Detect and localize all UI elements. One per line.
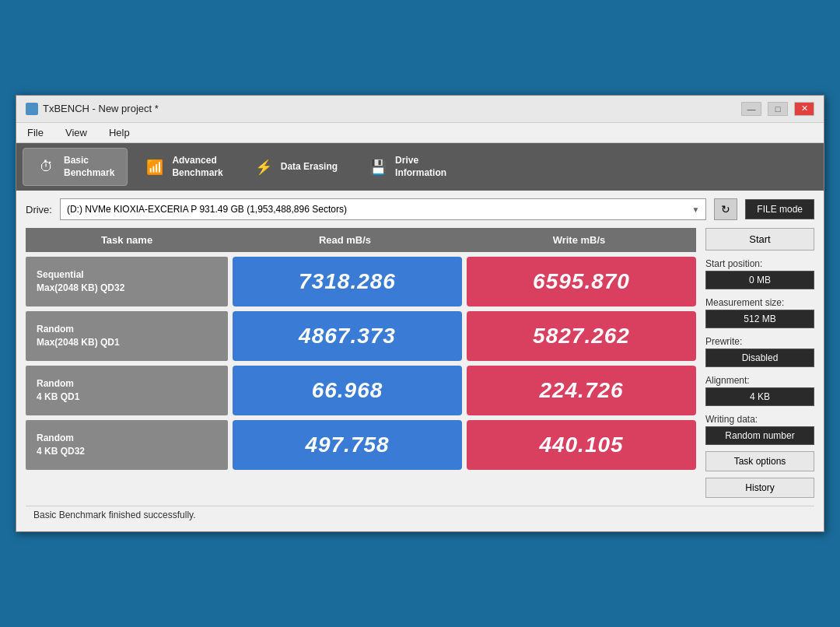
main-layout: Task name Read mB/s Write mB/s Sequentia… [26, 228, 814, 498]
alignment-value: 4 KB [705, 387, 814, 406]
sidebar: Start Start position: 0 MB Measurement s… [705, 228, 814, 498]
read-value-1: 4867.373 [233, 311, 462, 361]
task-label-3: Random 4 KB QD32 [26, 420, 228, 470]
minimize-button[interactable]: — [741, 102, 761, 116]
prewrite-section: Prewrite: Disabled [705, 336, 814, 367]
measurement-size-value: 512 MB [705, 310, 814, 328]
content-area: Drive: (D:) NVMe KIOXIA-EXCERIA P 931.49… [16, 191, 824, 531]
close-button[interactable]: ✕ [794, 102, 814, 116]
header-task: Task name [26, 233, 228, 247]
writing-data-label: Writing data: [705, 414, 814, 425]
write-value-0: 6595.870 [467, 257, 696, 306]
basic-benchmark-icon: ⏱ [36, 156, 58, 178]
prewrite-value: Disabled [705, 349, 814, 367]
status-bar: Basic Benchmark finished successfully. [26, 506, 814, 524]
title-bar: TxBENCH - New project * — □ ✕ [16, 96, 824, 123]
drive-row: Drive: (D:) NVMe KIOXIA-EXCERIA P 931.49… [26, 198, 814, 220]
menu-file[interactable]: File [23, 125, 48, 140]
write-value-2: 224.726 [467, 366, 696, 415]
toolbar: ⏱ BasicBenchmark 📶 AdvancedBenchmark ⚡ D… [16, 143, 824, 191]
data-erasing-label: Data Erasing [281, 161, 338, 173]
advanced-benchmark-icon: 📶 [144, 156, 166, 178]
task-label-2: Random 4 KB QD1 [26, 366, 228, 415]
refresh-icon: ↻ [721, 203, 730, 215]
start-position-value: 0 MB [705, 271, 814, 289]
writing-data-section: Writing data: Random number [705, 414, 814, 445]
measurement-size-label: Measurement size: [705, 297, 814, 308]
main-window: TxBENCH - New project * — □ ✕ File View … [16, 95, 824, 532]
write-value-3: 440.105 [467, 420, 696, 470]
toolbar-drive-information[interactable]: 💾 DriveInformation [354, 148, 460, 186]
data-erasing-icon: ⚡ [253, 156, 275, 178]
measurement-size-section: Measurement size: 512 MB [705, 297, 814, 328]
result-row-3: Random 4 KB QD32 497.758 440.105 [26, 420, 696, 470]
toolbar-advanced-benchmark[interactable]: 📶 AdvancedBenchmark [131, 148, 236, 186]
prewrite-label: Prewrite: [705, 336, 814, 347]
app-icon [26, 103, 38, 115]
results-panel: Task name Read mB/s Write mB/s Sequentia… [26, 228, 696, 498]
task-label-0: Sequential Max(2048 KB) QD32 [26, 257, 228, 306]
toolbar-data-erasing[interactable]: ⚡ Data Erasing [240, 148, 351, 186]
menu-bar: File View Help [16, 123, 824, 143]
task-options-button[interactable]: Task options [705, 451, 814, 471]
menu-view[interactable]: View [61, 125, 92, 140]
drive-label: Drive: [26, 204, 52, 215]
results-header: Task name Read mB/s Write mB/s [26, 228, 696, 252]
read-value-3: 497.758 [233, 420, 462, 470]
menu-help[interactable]: Help [104, 125, 135, 140]
write-value-1: 5827.262 [467, 311, 696, 361]
drive-refresh-button[interactable]: ↻ [714, 198, 737, 220]
drive-information-icon: 💾 [367, 156, 389, 178]
header-write: Write mB/s [462, 233, 696, 247]
status-message: Basic Benchmark finished successfully. [33, 510, 196, 520]
alignment-section: Alignment: 4 KB [705, 375, 814, 406]
start-button[interactable]: Start [705, 228, 814, 250]
read-value-2: 66.968 [233, 366, 462, 415]
toolbar-basic-benchmark[interactable]: ⏱ BasicBenchmark [23, 148, 128, 186]
basic-benchmark-label: BasicBenchmark [64, 155, 114, 179]
start-position-label: Start position: [705, 258, 814, 269]
history-button[interactable]: History [705, 478, 814, 498]
maximize-button[interactable]: □ [768, 102, 788, 116]
result-row-0: Sequential Max(2048 KB) QD32 7318.286 65… [26, 257, 696, 306]
drive-select-text: (D:) NVMe KIOXIA-EXCERIA P 931.49 GB (1,… [67, 204, 347, 215]
drive-select[interactable]: (D:) NVMe KIOXIA-EXCERIA P 931.49 GB (1,… [60, 198, 706, 220]
window-title: TxBENCH - New project * [43, 103, 159, 114]
chevron-down-icon: ▼ [691, 205, 699, 214]
title-controls: — □ ✕ [741, 102, 814, 116]
advanced-benchmark-label: AdvancedBenchmark [172, 155, 222, 179]
title-bar-left: TxBENCH - New project * [26, 103, 159, 115]
read-value-0: 7318.286 [233, 257, 462, 306]
header-read: Read mB/s [228, 233, 462, 247]
file-mode-button[interactable]: FILE mode [745, 199, 814, 219]
result-row-2: Random 4 KB QD1 66.968 224.726 [26, 366, 696, 415]
result-row-1: Random Max(2048 KB) QD1 4867.373 5827.26… [26, 311, 696, 361]
drive-information-label: DriveInformation [395, 155, 446, 179]
start-position-section: Start position: 0 MB [705, 258, 814, 289]
writing-data-value: Random number [705, 426, 814, 445]
alignment-label: Alignment: [705, 375, 814, 386]
task-label-1: Random Max(2048 KB) QD1 [26, 311, 228, 361]
